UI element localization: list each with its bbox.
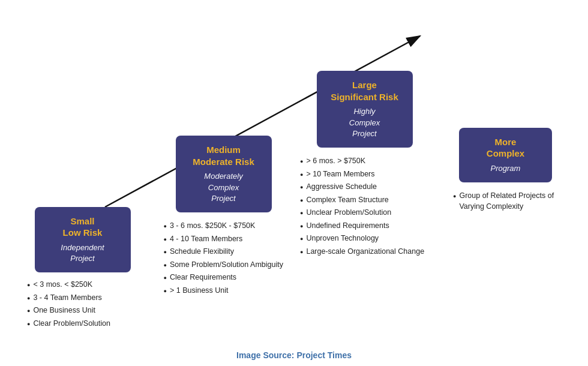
small-box: SmallLow Risk IndependentProject bbox=[35, 207, 131, 272]
medium-card-group: MediumModerate Risk ModeratelyComplexPro… bbox=[155, 136, 292, 297]
large-box: LargeSignificant Risk HighlyComplexProje… bbox=[317, 71, 413, 148]
list-item: Group of Related Projects of Varying Com… bbox=[453, 190, 558, 213]
medium-title: MediumModerate Risk bbox=[183, 144, 265, 167]
large-title: LargeSignificant Risk bbox=[324, 79, 406, 103]
list-item: 3 - 4 Team Members bbox=[27, 292, 138, 305]
list-item: Clear Requirements bbox=[164, 271, 284, 284]
medium-box: MediumModerate Risk ModeratelyComplexPro… bbox=[176, 136, 272, 212]
list-item: < 3 mos. < $250K bbox=[27, 278, 138, 292]
list-item: > 10 Team Members bbox=[300, 168, 429, 181]
col-small: SmallLow Risk IndependentProject < 3 mos… bbox=[12, 207, 153, 330]
small-card-group: SmallLow Risk IndependentProject < 3 mos… bbox=[14, 207, 151, 330]
list-item: 3 - 6 mos. $250K - $750K bbox=[164, 220, 284, 233]
program-subtitle: Program bbox=[466, 163, 545, 174]
list-item: > 1 Business Unit bbox=[164, 284, 284, 298]
large-subtitle: HighlyComplexProject bbox=[324, 106, 406, 139]
list-item: One Business Unit bbox=[27, 304, 138, 317]
program-title: MoreComplex bbox=[466, 136, 545, 160]
list-item: Schedule Flexibility bbox=[164, 245, 284, 259]
list-item: Undefined Requirements bbox=[300, 220, 429, 233]
large-bullets: > 6 mos. > $750K > 10 Team Members Aggre… bbox=[300, 155, 429, 258]
list-item: > 6 mos. > $750K bbox=[300, 155, 429, 168]
program-box: MoreComplex Program bbox=[459, 128, 552, 182]
list-item: Unproven Technology bbox=[300, 232, 429, 245]
medium-bullets: 3 - 6 mos. $250K - $750K 4 - 10 Team Mem… bbox=[164, 220, 284, 297]
list-item: Some Problem/Solution Ambiguity bbox=[164, 259, 284, 272]
col-medium: MediumModerate Risk ModeratelyComplexPro… bbox=[153, 136, 294, 330]
small-title: SmallLow Risk bbox=[42, 215, 124, 239]
col-program: MoreComplex Program Group of Related Pro… bbox=[435, 128, 576, 330]
col-large: LargeSignificant Risk HighlyComplexProje… bbox=[294, 71, 435, 330]
image-source: Image Source: Project Times bbox=[0, 350, 588, 360]
list-item: Clear Problem/Solution bbox=[27, 317, 138, 331]
medium-subtitle: ModeratelyComplexProject bbox=[183, 171, 265, 204]
main-container: SmallLow Risk IndependentProject < 3 mos… bbox=[0, 0, 588, 366]
columns-container: SmallLow Risk IndependentProject < 3 mos… bbox=[12, 6, 576, 330]
large-card-group: LargeSignificant Risk HighlyComplexProje… bbox=[296, 71, 433, 258]
small-bullets: < 3 mos. < $250K 3 - 4 Team Members One … bbox=[27, 278, 138, 330]
program-bullets: Group of Related Projects of Varying Com… bbox=[453, 190, 558, 213]
list-item: 4 - 10 Team Members bbox=[164, 233, 284, 246]
small-subtitle: IndependentProject bbox=[42, 242, 124, 264]
list-item: Complex Team Structure bbox=[300, 194, 429, 207]
list-item: Unclear Problem/Solution bbox=[300, 206, 429, 220]
list-item: Aggressive Schedule bbox=[300, 181, 429, 194]
list-item: Large-scale Organizational Change bbox=[300, 245, 429, 259]
program-card-group: MoreComplex Program Group of Related Pro… bbox=[437, 128, 574, 213]
